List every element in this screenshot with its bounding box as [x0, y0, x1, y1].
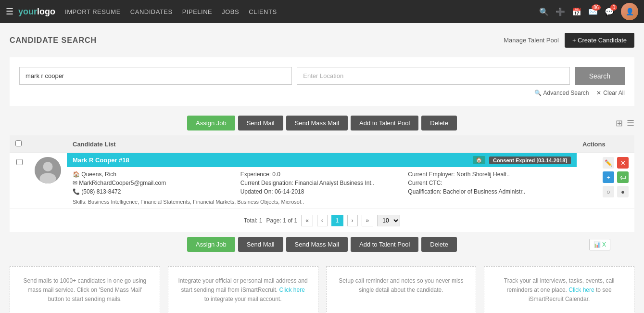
- search-icon[interactable]: 🔍: [539, 7, 549, 16]
- add-to-talent-pool-button-bottom[interactable]: Add to Talent Pool: [351, 237, 418, 252]
- candidate-name-row: Mark R Cooper #18 🏠 Consent Expired [03-…: [67, 153, 577, 167]
- candidate-list-header: Candidate List: [67, 135, 577, 153]
- dot-icon[interactable]: ●: [617, 186, 629, 197]
- main-content: CANDIDATE SEARCH Manage Talent Pool + Cr…: [0, 23, 644, 313]
- nav-candidates[interactable]: CANDIDATES: [130, 6, 173, 17]
- advanced-search-link[interactable]: 🔍 Advanced Search: [534, 90, 589, 96]
- chat-icon[interactable]: 💬 0: [605, 7, 614, 16]
- circle-icon[interactable]: ○: [603, 186, 614, 197]
- search-name-input[interactable]: [19, 67, 292, 85]
- candidate-designation: Current Designation: Financial Analyst B…: [240, 180, 404, 186]
- actions-header: Actions: [577, 135, 634, 153]
- page-header-actions: Manage Talent Pool + Create Candidate: [504, 33, 634, 48]
- per-page-select[interactable]: 10 25 50: [377, 215, 400, 226]
- pagination-page: Page: 1 of 1: [266, 217, 297, 224]
- bottom-action-bar: Assign Job Send Mail Send Mass Mail Add …: [10, 232, 634, 257]
- pagination-current[interactable]: 1: [331, 215, 343, 226]
- edit-icon[interactable]: ✏️: [603, 157, 614, 169]
- bottom-card-3-link[interactable]: Click here: [568, 287, 594, 293]
- row-checkbox-cell: [10, 153, 29, 209]
- manage-talent-pool-link[interactable]: Manage Talent Pool: [504, 37, 559, 44]
- consent-badge: Consent Expired [03-14-2018]: [489, 156, 571, 164]
- bottom-card-0: Send mails to 1000+ candidates in one go…: [10, 266, 160, 313]
- page-title: CANDIDATE SEARCH: [10, 36, 97, 45]
- row-actions: ✏️ ✕ + 🏷 ○ ●: [582, 157, 629, 197]
- candidate-avatar-cell: [29, 153, 67, 209]
- home-icon-badge: 🏠: [473, 156, 485, 164]
- delete-button-top[interactable]: Delete: [421, 116, 457, 130]
- delete-icon[interactable]: ✕: [617, 157, 629, 169]
- candidate-location: 🏠 Queens, Rich: [73, 171, 236, 178]
- search-location-input[interactable]: [297, 67, 569, 85]
- page-header: CANDIDATE SEARCH Manage Talent Pool + Cr…: [10, 33, 634, 48]
- calendar-icon[interactable]: 📅: [572, 7, 581, 16]
- topnav-menu: IMPORT RESUME CANDIDATES PIPELINE JOBS C…: [65, 6, 534, 17]
- add-icon[interactable]: ➕: [556, 7, 565, 16]
- messages-icon[interactable]: ✉️ 86: [588, 7, 598, 16]
- search-section: Search 🔍 Advanced Search ✕ Clear All: [10, 57, 634, 106]
- top-action-bar: Assign Job Send Mail Send Mass Mail Add …: [10, 111, 634, 135]
- candidate-email: ✉ MarkRichardCooper5@gmail.com: [73, 180, 236, 186]
- create-candidate-button[interactable]: + Create Candidate: [565, 33, 634, 48]
- tag-icon[interactable]: 🏷: [617, 171, 629, 183]
- candidate-skills: Skills: Business Intelligence, Financial…: [73, 199, 571, 205]
- candidate-qualification: Qualification: Bachelor of Business Admi…: [408, 188, 571, 195]
- chat-badge: 0: [610, 4, 617, 11]
- send-mass-mail-button-bottom[interactable]: Send Mass Mail: [286, 237, 348, 252]
- candidate-experience: Experience: 0.0: [240, 171, 404, 178]
- delete-button-bottom[interactable]: Delete: [421, 237, 457, 252]
- row-actions-cell: ✏️ ✕ + 🏷 ○ ●: [577, 153, 634, 209]
- add-to-talent-pool-button-top[interactable]: Add to Talent Pool: [351, 116, 418, 130]
- candidate-updated: Updated On: 06-14-2018: [240, 188, 404, 195]
- send-mail-button-top[interactable]: Send Mail: [238, 116, 283, 130]
- logo: yourlogo: [18, 7, 55, 17]
- assign-job-button-bottom[interactable]: Assign Job: [187, 237, 235, 252]
- search-links: 🔍 Advanced Search ✕ Clear All: [19, 90, 625, 96]
- pagination-prev[interactable]: ‹: [317, 215, 328, 226]
- nav-jobs[interactable]: JOBS: [222, 6, 239, 17]
- bottom-card-3: Track your all interviews, tasks, events…: [484, 266, 634, 313]
- nav-clients[interactable]: CLIENTS: [249, 6, 277, 17]
- bottom-card-3-text: Track your all interviews, tasks, events…: [504, 277, 615, 302]
- candidate-name[interactable]: Mark R Cooper #18: [73, 156, 129, 164]
- table-row: Mark R Cooper #18 🏠 Consent Expired [03-…: [10, 153, 634, 209]
- nav-import-resume[interactable]: IMPORT RESUME: [65, 6, 121, 17]
- bottom-card-2: Setup call reminder and notes so you nev…: [326, 266, 477, 313]
- candidate-details: 🏠 Queens, Rich Experience: 0.0 Current E…: [67, 167, 577, 209]
- excel-export-icon[interactable]: 📊 X: [589, 239, 610, 250]
- candidate-ctc: Current CTC:: [408, 180, 571, 186]
- select-all-header: [10, 135, 29, 153]
- search-row: Search: [19, 67, 625, 85]
- candidate-phone: 📞 (508) 813-8472: [73, 188, 236, 195]
- pagination-first[interactable]: «: [301, 215, 313, 226]
- bottom-card-2-text: Setup call reminder and notes so you nev…: [339, 277, 463, 293]
- user-avatar[interactable]: 👤: [621, 3, 638, 20]
- bottom-card-1-link[interactable]: Click here: [279, 287, 304, 293]
- topnav: ☰ yourlogo IMPORT RESUME CANDIDATES PIPE…: [0, 0, 644, 23]
- send-mail-button-bottom[interactable]: Send Mail: [238, 237, 283, 252]
- row-checkbox[interactable]: [16, 159, 23, 165]
- grid-view-icon[interactable]: ⊞: [616, 118, 623, 129]
- pagination-bar: Total: 1 Page: 1 of 1 « ‹ 1 › » 10 25 50: [10, 209, 634, 232]
- candidate-employer: Current Employer: North Shorelij Healt..: [408, 171, 571, 178]
- svg-point-1: [43, 162, 53, 171]
- bottom-card-1-text: Integrate your official or personal mail…: [178, 277, 307, 302]
- candidate-table: Candidate List Actions: [10, 135, 634, 209]
- pagination-last[interactable]: »: [362, 215, 374, 226]
- bottom-card-0-text: Send mails to 1000+ candidates in one go…: [23, 277, 146, 302]
- assign-job-button-top[interactable]: Assign Job: [187, 116, 235, 130]
- hamburger-icon[interactable]: ☰: [6, 6, 13, 17]
- pagination-next[interactable]: ›: [347, 215, 358, 226]
- clear-all-link[interactable]: ✕ Clear All: [596, 90, 625, 96]
- select-all-checkbox[interactable]: [15, 140, 22, 146]
- add-icon[interactable]: +: [603, 171, 614, 183]
- candidate-info-cell: Mark R Cooper #18 🏠 Consent Expired [03-…: [67, 153, 577, 209]
- avatar: [35, 157, 61, 183]
- send-mass-mail-button-top[interactable]: Send Mass Mail: [286, 116, 348, 130]
- list-view-icon[interactable]: ☰: [627, 118, 634, 129]
- bottom-card-1: Integrate your official or personal mail…: [168, 266, 318, 313]
- messages-badge: 86: [592, 4, 601, 11]
- search-button[interactable]: Search: [575, 67, 625, 85]
- pagination-total: Total: 1: [244, 217, 263, 224]
- nav-pipeline[interactable]: PIPELINE: [182, 6, 213, 17]
